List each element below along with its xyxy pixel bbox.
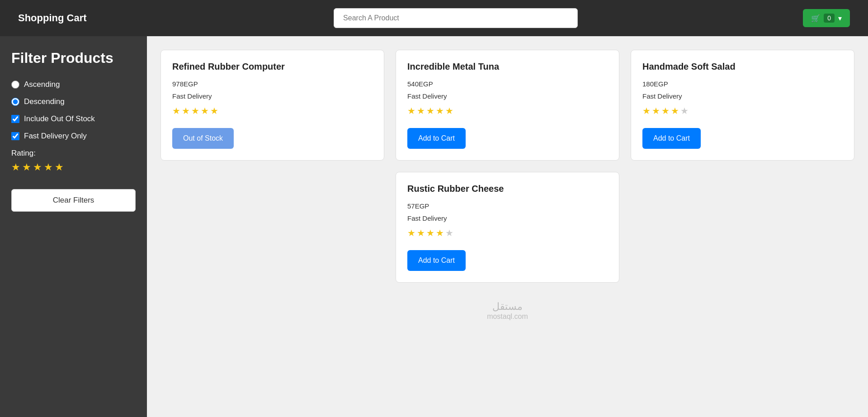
product-price-4: 57EGP xyxy=(407,202,608,210)
product-price-3: 180EGP xyxy=(642,80,843,88)
product-price-1: 978EGP xyxy=(172,80,373,88)
cart-count: 0 xyxy=(824,14,835,23)
product-star-4-2: ★ xyxy=(417,227,425,238)
cart-icon: 🛒 xyxy=(811,14,820,23)
product-star-1-2: ★ xyxy=(182,105,190,116)
main-layout: Filter Products Ascending Descending Inc… xyxy=(0,36,868,417)
rating-label: Rating: xyxy=(11,149,136,158)
product-name-2: Incredible Metal Tuna xyxy=(407,62,608,72)
add-to-cart-button-3[interactable]: Add to Cart xyxy=(642,128,701,149)
sort-ascending-radio[interactable] xyxy=(11,81,19,89)
product-star-2-4: ★ xyxy=(436,105,444,116)
star-3[interactable]: ★ xyxy=(33,161,42,173)
product-stars-1: ★ ★ ★ ★ ★ xyxy=(172,105,373,116)
search-input[interactable] xyxy=(334,8,578,28)
products-grid-row2: Rustic Rubber Cheese 57EGP Fast Delivery… xyxy=(160,172,854,283)
star-4[interactable]: ★ xyxy=(44,161,53,173)
product-star-3-2: ★ xyxy=(652,105,660,116)
product-star-4-4: ★ xyxy=(436,227,444,238)
out-of-stock-button-1[interactable]: Out of Stock xyxy=(172,128,234,149)
product-star-2-5: ★ xyxy=(445,105,453,116)
fast-delivery-only-checkbox[interactable] xyxy=(11,132,19,140)
product-name-1: Refined Rubber Computer xyxy=(172,62,373,72)
product-star-2-3: ★ xyxy=(426,105,434,116)
rating-section: Rating: ★ ★ ★ ★ ★ xyxy=(11,149,136,173)
app-title: Shopping Cart xyxy=(18,12,108,24)
cart-dropdown-icon: ▾ xyxy=(838,14,842,23)
product-star-2-2: ★ xyxy=(417,105,425,116)
product-star-1-5: ★ xyxy=(210,105,218,116)
sort-descending-label: Descending xyxy=(24,97,65,106)
product-stars-2: ★ ★ ★ ★ ★ xyxy=(407,105,608,116)
watermark-latin: mostaql.com xyxy=(160,313,854,321)
sort-ascending-option[interactable]: Ascending xyxy=(11,80,136,89)
product-delivery-3: Fast Delivery xyxy=(642,92,843,100)
product-card-2: Incredible Metal Tuna 540EGP Fast Delive… xyxy=(396,50,619,161)
add-to-cart-button-4[interactable]: Add to Cart xyxy=(407,250,466,271)
product-star-1-1: ★ xyxy=(172,105,180,116)
product-star-4-3: ★ xyxy=(426,227,434,238)
product-star-2-1: ★ xyxy=(407,105,415,116)
search-container xyxy=(108,8,803,28)
product-delivery-4: Fast Delivery xyxy=(407,214,608,222)
fast-delivery-only-option[interactable]: Fast Delivery Only xyxy=(11,132,136,141)
product-star-4-5: ★ xyxy=(445,227,453,238)
header: Shopping Cart 🛒 0 ▾ xyxy=(0,0,868,36)
products-grid-row1: Refined Rubber Computer 978EGP Fast Deli… xyxy=(160,50,854,161)
rating-stars[interactable]: ★ ★ ★ ★ ★ xyxy=(11,161,136,173)
product-star-1-4: ★ xyxy=(201,105,209,116)
star-5[interactable]: ★ xyxy=(55,161,64,173)
cart-button[interactable]: 🛒 0 ▾ xyxy=(803,9,850,27)
clear-filters-button[interactable]: Clear Filters xyxy=(11,189,136,212)
product-delivery-1: Fast Delivery xyxy=(172,92,373,100)
empty-slot-2 xyxy=(631,172,854,283)
sidebar-title: Filter Products xyxy=(11,50,136,66)
product-name-4: Rustic Rubber Cheese xyxy=(407,184,608,194)
sort-descending-option[interactable]: Descending xyxy=(11,97,136,106)
product-delivery-2: Fast Delivery xyxy=(407,92,608,100)
product-star-4-1: ★ xyxy=(407,227,415,238)
product-card-3: Handmade Soft Salad 180EGP Fast Delivery… xyxy=(631,50,854,161)
fast-delivery-only-label: Fast Delivery Only xyxy=(24,132,87,141)
product-price-2: 540EGP xyxy=(407,80,608,88)
include-out-of-stock-label: Include Out Of Stock xyxy=(24,114,95,123)
product-star-3-3: ★ xyxy=(661,105,670,116)
add-to-cart-button-2[interactable]: Add to Cart xyxy=(407,128,466,149)
product-star-3-1: ★ xyxy=(642,105,651,116)
product-star-3-5: ★ xyxy=(680,105,689,116)
product-star-1-3: ★ xyxy=(191,105,199,116)
product-stars-3: ★ ★ ★ ★ ★ xyxy=(642,105,843,116)
product-card-4: Rustic Rubber Cheese 57EGP Fast Delivery… xyxy=(396,172,619,283)
product-star-3-4: ★ xyxy=(671,105,679,116)
footer-watermark: مستقل mostaql.com xyxy=(160,301,854,330)
include-out-of-stock-checkbox[interactable] xyxy=(11,115,19,123)
sidebar: Filter Products Ascending Descending Inc… xyxy=(0,36,147,417)
star-1[interactable]: ★ xyxy=(11,161,20,173)
star-2[interactable]: ★ xyxy=(22,161,31,173)
product-card-1: Refined Rubber Computer 978EGP Fast Deli… xyxy=(160,50,384,161)
include-out-of-stock-option[interactable]: Include Out Of Stock xyxy=(11,114,136,123)
product-name-3: Handmade Soft Salad xyxy=(642,62,843,72)
watermark-arabic: مستقل xyxy=(160,301,854,313)
product-stars-4: ★ ★ ★ ★ ★ xyxy=(407,227,608,238)
products-area: Refined Rubber Computer 978EGP Fast Deli… xyxy=(147,36,868,417)
sort-ascending-label: Ascending xyxy=(24,80,60,89)
sort-descending-radio[interactable] xyxy=(11,98,19,106)
empty-slot-1 xyxy=(160,172,384,283)
